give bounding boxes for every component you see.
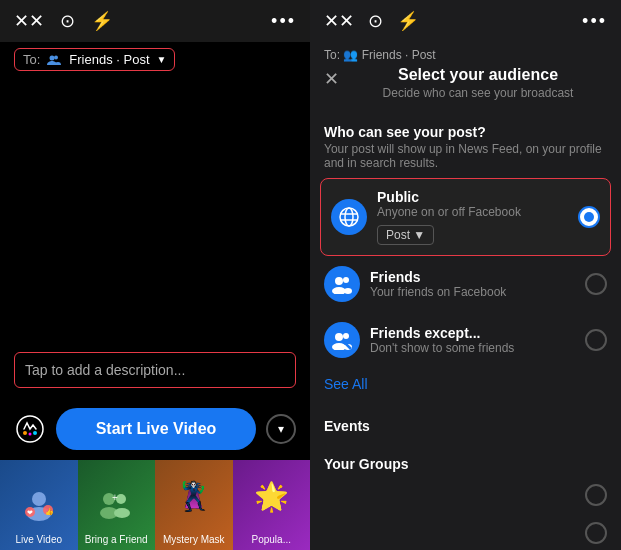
camera-area: Tap to add a description... [0, 77, 310, 398]
more-options-icon[interactable]: ••• [271, 11, 296, 32]
svg-point-4 [29, 433, 32, 436]
public-details: Public Anyone on or off Facebook Post ▼ [377, 189, 578, 245]
close-icon[interactable]: ✕ [14, 10, 44, 32]
post-dropdown-label: Post ▼ [386, 228, 425, 242]
group-radio-row-1 [310, 476, 621, 514]
audience-modal-header: ✕ Select your audience Decide who can se… [310, 62, 621, 106]
svg-point-24 [344, 288, 352, 294]
friends-except-radio[interactable] [585, 329, 607, 351]
description-placeholder: Tap to add a description... [25, 362, 185, 378]
audience-option-friends[interactable]: Friends Your friends on Facebook [310, 256, 621, 312]
thumbnail-bring-friend[interactable]: + Bring a Friend [78, 460, 156, 550]
svg-point-3 [23, 431, 27, 435]
public-radio[interactable] [578, 206, 600, 228]
svg-point-25 [335, 333, 343, 341]
friends-except-icon-svg [332, 330, 352, 350]
right-camera-icon[interactable]: ⊙ [368, 10, 383, 32]
friends-icon [47, 54, 61, 65]
thumbnail-live-video[interactable]: ❤ 👍 Live Video [0, 460, 78, 550]
friends-sub: Your friends on Facebook [370, 285, 585, 299]
effects-icon[interactable] [14, 413, 46, 445]
right-close-icon[interactable]: ✕ [324, 10, 354, 32]
audience-value: Friends · Post [69, 52, 149, 67]
your-groups-header: Your Groups [310, 446, 621, 476]
svg-text:👍: 👍 [45, 507, 54, 516]
left-panel: ✕ ⊙ ⚡ ••• To: Friends · Post ▼ Tap to ad… [0, 0, 310, 550]
left-header: ✕ ⊙ ⚡ ••• [0, 0, 310, 42]
friends-except-name: Friends except... [370, 325, 585, 341]
svg-point-22 [332, 287, 346, 294]
svg-point-26 [332, 343, 346, 350]
thumbnail-mystery-mask[interactable]: 🦹 Mystery Mask [155, 460, 233, 550]
right-header: ✕ ⊙ ⚡ ••• [310, 0, 621, 38]
friends-radio[interactable] [585, 273, 607, 295]
right-audience-row: To: 👥 Friends · Post [310, 44, 621, 62]
svg-point-0 [50, 56, 55, 61]
audience-option-friends-except[interactable]: Friends except... Don't show to some fri… [310, 312, 621, 368]
audience-option-public[interactable]: Public Anyone on or off Facebook Post ▼ [320, 178, 611, 256]
left-header-left: ✕ ⊙ ⚡ [14, 10, 113, 32]
post-dropdown[interactable]: Post ▼ [377, 225, 434, 245]
post-description: Your post will show up in News Feed, on … [310, 142, 621, 178]
svg-point-17 [340, 208, 358, 226]
description-box[interactable]: Tap to add a description... [14, 352, 296, 388]
thumbnail-mask-label: Mystery Mask [163, 534, 225, 545]
audience-selector[interactable]: To: Friends · Post ▼ [14, 48, 175, 71]
friends-except-sub: Don't show to some friends [370, 341, 585, 355]
mystery-mask-emoji: 🦹 [176, 480, 211, 513]
friends-except-icon [324, 322, 360, 358]
group-radio-row-2 [310, 514, 621, 550]
start-live-row: Start Live Video ▾ [0, 398, 310, 460]
svg-point-23 [343, 277, 349, 283]
thumbnail-friend-label: Bring a Friend [85, 534, 148, 545]
friends-except-details: Friends except... Don't show to some fri… [370, 325, 585, 355]
thumbnail-popular-label: Popula... [252, 534, 291, 545]
svg-text:+: + [112, 492, 118, 503]
popular-emoji: 🌟 [254, 480, 289, 513]
thumbnail-live-label: Live Video [15, 534, 62, 545]
svg-text:❤: ❤ [27, 509, 33, 516]
svg-point-21 [335, 277, 343, 285]
group-radio-2[interactable] [585, 522, 607, 544]
svg-point-15 [114, 508, 130, 518]
events-header: Events [310, 408, 621, 438]
globe-icon [339, 207, 359, 227]
right-panel: ✕ ⊙ ⚡ ••• To: 👥 Friends · Post ✕ Select … [310, 0, 621, 550]
right-header-left: ✕ ⊙ ⚡ [324, 10, 419, 32]
public-name: Public [377, 189, 578, 205]
thumbnail-popular[interactable]: 🌟 Popula... [233, 460, 311, 550]
bring-friend-thumb-icon: + [95, 487, 137, 523]
public-icon [331, 199, 367, 235]
right-more-icon[interactable]: ••• [582, 11, 607, 32]
who-can-see-question: Who can see your post? [310, 114, 621, 142]
friends-details: Friends Your friends on Facebook [370, 269, 585, 299]
chevron-down-icon: ▾ [278, 422, 284, 436]
start-live-button[interactable]: Start Live Video [56, 408, 256, 450]
right-audience-label: To: 👥 Friends · Post [324, 48, 436, 62]
audience-modal-subtitle: Decide who can see your broadcast [349, 86, 607, 100]
thumbnails-row: ❤ 👍 Live Video + Bring a Friend 🦹 Myster… [0, 460, 310, 550]
to-label: To: [23, 52, 40, 67]
see-all-link[interactable]: See All [310, 368, 621, 400]
group-radio-1[interactable] [585, 484, 607, 506]
svg-point-18 [345, 208, 353, 226]
right-flash-icon[interactable]: ⚡ [397, 10, 419, 32]
audience-modal-close[interactable]: ✕ [324, 68, 339, 90]
chevron-down-button[interactable]: ▾ [266, 414, 296, 444]
camera-icon[interactable]: ⊙ [60, 10, 75, 32]
svg-point-6 [32, 492, 46, 506]
live-video-thumb-icon: ❤ 👍 [20, 486, 58, 524]
svg-point-1 [54, 56, 58, 60]
friends-option-icon [324, 266, 360, 302]
svg-point-5 [33, 431, 37, 435]
flash-icon[interactable]: ⚡ [91, 10, 113, 32]
radio-inner [584, 212, 594, 222]
svg-point-27 [343, 333, 349, 339]
audience-modal-title: Select your audience [349, 66, 607, 84]
public-sub: Anyone on or off Facebook [377, 205, 578, 219]
friends-name: Friends [370, 269, 585, 285]
audience-dropdown-icon: ▼ [157, 54, 167, 65]
friends-icon [332, 274, 352, 294]
